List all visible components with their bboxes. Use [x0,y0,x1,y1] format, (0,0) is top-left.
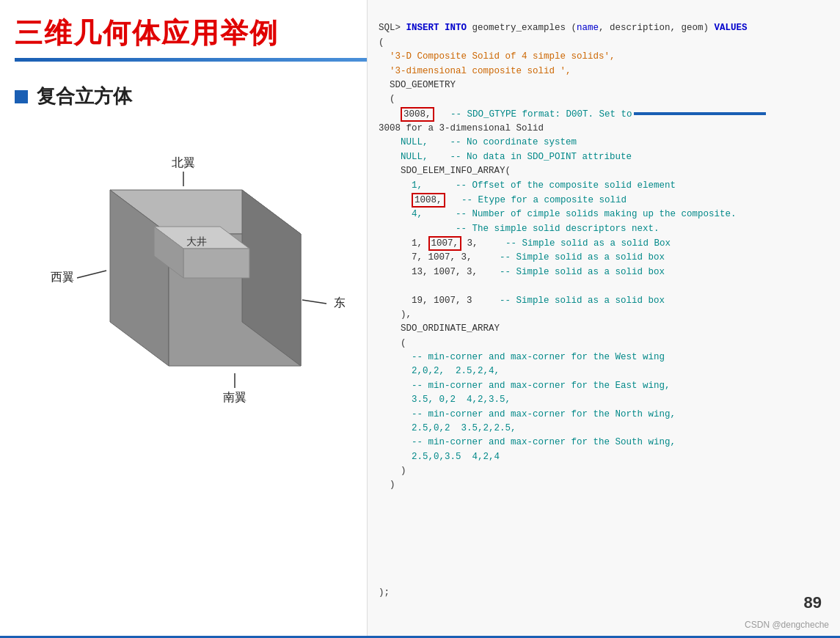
code-line-29: 2.5,0,2 3.5,2,2.5, [379,423,516,433]
code-line-2: ( [379,37,384,48]
svg-text:西翼: 西翼 [51,271,74,283]
code-line-11: SDO_ELEM_INFO_ARRAY( [379,166,511,176]
code-block: SQL> INSERT INTO geometry_examples (name… [368,0,840,514]
code-line-28: -- min-corner and max-corner for the Nor… [379,409,676,419]
right-panel: SQL> INSERT INTO geometry_examples (name… [367,0,840,638]
code-line-21: ), [379,309,412,320]
divider [15,58,367,62]
code-line-7: 3008, -- SDO_GTYPE format: D00T. Set to [379,109,766,120]
svg-text:大井: 大井 [186,236,207,247]
code-line-14: 4, -- Number of cimple solids making up … [379,209,737,219]
code-line-9: NULL, -- No coordinate system [379,137,577,147]
code-line-33: ) [379,480,395,490]
page-number: 89 [804,593,822,612]
code-line-8: 3008 for a 3-dimensional Solid [379,123,544,133]
code-line-26: -- min-corner and max-corner for the Eas… [379,381,671,391]
svg-text:北翼: 北翼 [172,156,195,169]
section-title: 复合立方体 [37,84,132,109]
code-line-31: 2.5,0,3.5 4,2,4 [379,452,500,462]
code-line-23: ( [379,338,406,348]
code-line-16: 1, 1007, 3, -- Simple solid as a solid B… [379,238,671,249]
closing-paren: ); [379,587,390,598]
left-panel: 三维几何体应用举例 复合立方体 北翼 南翼 [0,0,367,638]
code-line-6: ( [379,94,395,104]
code-line-24: -- min-corner and max-corner for the Wes… [379,352,665,362]
code-line-17: 7, 1007, 3, -- Simple solid as a solid b… [379,252,665,263]
svg-marker-5 [183,249,249,278]
code-line-5: SDO_GEOMETRY [379,80,456,90]
bullet-icon [15,90,28,103]
code-line-15: -- The simple solid descriptors next. [379,224,660,234]
section-label: 复合立方体 [15,84,352,109]
building-svg: 北翼 南翼 西翼 东翼 大井 [22,131,345,410]
building-diagram: 北翼 南翼 西翼 东翼 大井 [22,131,345,410]
svg-line-13 [302,300,326,304]
code-line-3: '3-D Composite Solid of 4 simple solids'… [379,51,616,62]
svg-line-11 [77,271,106,278]
code-line-25: 2,0,2, 2.5,2,4, [379,366,500,376]
code-line-22: SDO_ORDINATE_ARRAY [379,323,500,334]
code-line-4: '3-dimensional composite solid ', [379,66,571,76]
page-footer: 89 [804,593,822,612]
code-line-19 [379,281,384,291]
code-line-32: ) [379,466,406,476]
svg-text:东翼: 东翼 [334,296,345,309]
code-line-10: NULL, -- No data in SDO_POINT attribute [379,152,632,162]
page-title: 三维几何体应用举例 [15,15,352,52]
svg-text:南翼: 南翼 [223,391,246,403]
code-line-1: SQL> INSERT INTO geometry_examples (name… [379,23,748,33]
watermark: CSDN @dengcheche [745,617,829,631]
code-line-20: 19, 1007, 3 -- Simple solid as a solid b… [379,296,665,306]
code-line-27: 3.5, 0,2 4,2,3.5, [379,395,511,405]
code-line-13: 1008, -- Etype for a composite solid [379,195,627,205]
code-line-18: 13, 1007, 3, -- Simple solid as a solid … [379,267,665,277]
code-line-12: 1, -- Offset of the composite solid elem… [379,180,676,191]
csdn-label: CSDN @dengcheche [745,620,829,630]
code-line-30: -- min-corner and max-corner for the Sou… [379,437,676,447]
